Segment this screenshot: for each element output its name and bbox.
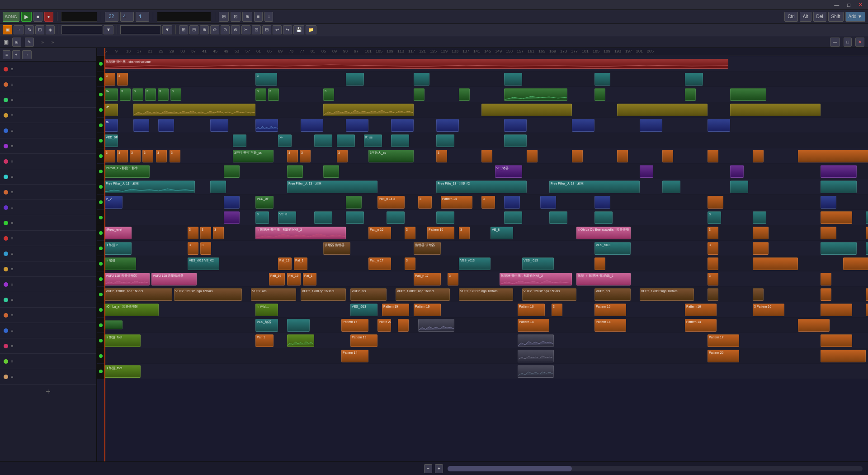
clip-18-8[interactable]: Pattern 14 [518,319,549,332]
clip-19-1[interactable]: ♮陈慧_fset [104,334,141,347]
clip-16-12[interactable] [753,288,764,301]
clip-7-8[interactable]: 3 [287,150,298,162]
clip-3-3[interactable]: 3 [132,88,143,101]
clip-8-8[interactable] [821,165,857,178]
track-active-10[interactable] [99,200,103,204]
clip-1-1[interactable]: 陈慧琳·郑中基 - channel volume [104,59,728,69]
clip-7-20[interactable] [798,150,868,162]
clip-10-5[interactable]: Patt_n 14 3 [377,196,405,209]
clip-10-3[interactable]: VED_0F [255,196,274,209]
clip-2-6[interactable] [504,73,522,86]
clip-6-1[interactable]: VED_0F [104,134,118,147]
save-btn[interactable]: 💾 [293,25,304,34]
clip-6-7[interactable] [391,134,409,147]
clip-11-12[interactable] [753,211,766,224]
fill-tool[interactable]: ◈ [46,25,55,34]
clip-13-5[interactable]: 倍增器 倍增器 [414,242,441,255]
clip-10-13[interactable] [821,196,836,209]
clip-7-7[interactable]: 3开打 开打 主歌_ss [233,150,274,162]
clip-3-2[interactable]: 3 [120,88,131,101]
clip-14-2[interactable]: VES_r013 VE_02 [188,257,219,270]
line-mode-arrow[interactable]: ▼ [104,25,113,34]
clip-5-11[interactable] [572,119,594,132]
clip-17-8[interactable]: Pattern 16 [594,304,626,316]
clip-8-3[interactable] [287,165,303,178]
track-active-13[interactable] [99,247,103,250]
clip-6-6[interactable]: R_ss [364,134,382,147]
track-label-13[interactable]: ≡ [0,246,96,261]
clip-18-3[interactable] [287,319,310,332]
undo-btn[interactable]: ↩ [273,25,282,34]
clip-7-10[interactable]: 3 [337,150,348,162]
clip-14-6[interactable]: 3 [405,257,415,270]
track-active-5[interactable] [99,124,103,127]
clip-3-4[interactable]: 3 [145,88,156,101]
menu-tools[interactable] [51,4,58,6]
alt-button[interactable]: Alt [800,12,811,22]
track-active-16[interactable] [99,293,103,296]
clip-6-4[interactable] [314,134,332,147]
clip-6-2[interactable] [233,134,246,147]
track-label-10[interactable]: ≡ [0,200,96,215]
clip-3-13[interactable] [594,88,605,101]
clip-11-2[interactable]: 3 [255,211,269,224]
pattern-display[interactable] [120,25,161,34]
clip-12-3[interactable]: 3 [200,227,211,239]
clip-10-10[interactable] [540,196,556,209]
clip-12-9[interactable]: 3 [459,227,470,239]
clip-2-1[interactable]: 3 [104,73,115,86]
clip-8-4[interactable] [323,165,339,178]
clip-11-11[interactable]: 3 [708,211,721,224]
clip-8-7[interactable] [730,165,744,178]
clip-7-3[interactable]: 3 [130,150,141,162]
clip-15-6[interactable]: Patt_n 17 [414,273,441,285]
clip-3-11[interactable] [459,88,470,101]
clip-18-9[interactable]: Pattern 14 [594,319,626,332]
clip-13-7[interactable]: 3 [708,242,718,255]
clip-5-8[interactable] [391,119,414,132]
pencil-tool[interactable]: ✎ [25,25,34,34]
clip-11-1[interactable] [224,211,240,224]
clip-7-11[interactable]: 3主歌人_ss [368,150,414,162]
clip-2-8[interactable] [685,73,703,86]
clip-3-9[interactable]: 3 [323,88,334,101]
clip-20-2[interactable] [518,350,554,362]
clip-16-5[interactable]: VUF2_ars [350,288,387,301]
track-active-15[interactable] [99,277,103,281]
open-btn[interactable]: 📁 [306,25,316,34]
track-active-1[interactable] [99,62,103,66]
track-label-8[interactable]: ≡ [0,169,96,185]
clip-13-3[interactable]: 3 [200,242,211,255]
clip-17-2[interactable]: ♮开始... [255,304,278,316]
clip-12-5[interactable]: ♮陈慧琳·郑中基 - 都是你的镜_2 [255,227,346,239]
tool-btn-1[interactable]: ⊞ [219,12,229,22]
track-label-16[interactable]: ≡ [0,292,96,308]
add-track-button[interactable]: + [0,385,96,399]
clip-13-1[interactable]: ♮陈慧 2 [104,242,132,255]
line-mode-display[interactable] [61,25,102,34]
ctrl-button[interactable]: Ctrl [784,12,798,22]
clip-10-4[interactable] [346,196,362,209]
clip-14-12[interactable] [843,257,868,270]
zoom-btn[interactable]: ⊕ [200,25,209,34]
clip-3-12[interactable] [504,88,567,101]
clip-7-14[interactable] [527,150,538,162]
clip-17-12[interactable] [866,304,868,316]
clip-10-8[interactable]: 3 [481,196,495,209]
clip-15-8[interactable]: 陈慧琳·郑中基 - 都是你的镜_2 [500,273,572,285]
clip-2-3[interactable]: 3 [255,73,277,86]
track-label-11[interactable]: ≡ [0,215,96,231]
clip-7-2[interactable]: 3 [117,150,128,162]
clip-18-10[interactable]: Pattern 14 [685,319,717,332]
clip-12-7[interactable]: 3 [405,227,415,239]
clip-17-5[interactable]: Pattern 19 [414,304,441,316]
clip-18-1[interactable] [104,320,123,329]
clip-15-10[interactable]: 3 [708,273,718,285]
clip-9-6[interactable] [662,180,680,193]
track-active-14[interactable] [99,262,103,266]
track-label-5[interactable]: ≡ [0,123,96,138]
clip-7-17[interactable] [662,150,673,162]
clip-16-10[interactable]: VUF2_128BP ngo 16Bars [640,288,694,301]
clip-14-3[interactable]: Pat_19 [278,257,292,270]
clip-16-9[interactable]: VUF2_ars [594,288,631,301]
